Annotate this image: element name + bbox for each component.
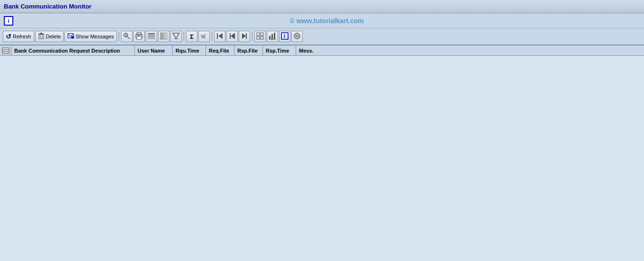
svg-rect-36 xyxy=(271,34,273,39)
svg-rect-48 xyxy=(2,48,9,54)
table-select-col-header xyxy=(0,45,11,55)
prev-page-icon xyxy=(228,32,236,41)
svg-rect-16 xyxy=(148,33,155,35)
chart-icon xyxy=(269,32,276,41)
svg-rect-17 xyxy=(148,36,155,37)
settings-button[interactable] xyxy=(291,31,303,42)
svg-rect-19 xyxy=(160,33,163,39)
svg-marker-27 xyxy=(231,33,234,39)
svg-rect-32 xyxy=(261,33,263,36)
col-header-rqu-time: Rqu.Time xyxy=(173,45,206,55)
svg-rect-20 xyxy=(164,33,167,39)
column-layout-button[interactable] xyxy=(158,31,169,42)
delete-button[interactable]: Delete xyxy=(35,31,64,42)
table-header: Bank Communication Request Description U… xyxy=(0,45,644,56)
sum-icon: Σ xyxy=(190,33,194,40)
find-button[interactable] xyxy=(121,31,132,42)
delete-label: Delete xyxy=(46,34,61,39)
sum-button[interactable]: Σ xyxy=(186,31,197,42)
show-messages-icon: + xyxy=(67,33,74,41)
svg-rect-2 xyxy=(40,33,42,34)
separator-1 xyxy=(119,32,119,41)
percent-button[interactable]: % xyxy=(198,31,210,42)
page-title: Bank Communication Monitor xyxy=(4,3,92,10)
refresh-button[interactable]: ↺ Refresh xyxy=(3,31,34,42)
svg-text:i: i xyxy=(284,34,285,39)
svg-rect-37 xyxy=(274,33,275,39)
first-page-icon xyxy=(216,32,224,41)
layout-button[interactable] xyxy=(146,31,157,42)
col-header-mess: Mess. xyxy=(296,45,320,55)
info-bar: i © www.tutorialkart.com xyxy=(0,13,644,28)
find-icon xyxy=(123,32,131,41)
col-header-req-file: Req.File xyxy=(206,45,234,55)
layout-icon xyxy=(148,32,155,41)
svg-line-9 xyxy=(127,36,130,39)
table-body xyxy=(0,56,644,261)
toolbar-info-button[interactable]: i xyxy=(279,31,290,42)
svg-rect-34 xyxy=(261,36,263,39)
next-page-icon xyxy=(241,32,248,41)
info-icon-button[interactable]: i xyxy=(4,16,13,26)
svg-marker-29 xyxy=(242,33,246,39)
svg-rect-28 xyxy=(234,33,235,39)
grid-view-icon xyxy=(256,32,264,41)
separator-2 xyxy=(184,32,184,41)
refresh-label: Refresh xyxy=(13,34,31,39)
watermark: © www.tutorialkart.com xyxy=(13,17,640,25)
svg-rect-15 xyxy=(138,35,139,36)
svg-rect-35 xyxy=(269,36,271,39)
svg-rect-18 xyxy=(148,38,155,39)
svg-text:%: % xyxy=(201,34,205,39)
first-page-button[interactable] xyxy=(214,31,225,42)
svg-rect-30 xyxy=(246,33,247,39)
toolbar-info-icon: i xyxy=(281,32,289,41)
show-messages-button[interactable]: + Show Messages xyxy=(65,31,117,42)
col-header-rsp-time: Rsp.Time xyxy=(263,45,296,55)
show-messages-label: Show Messages xyxy=(75,34,114,39)
svg-rect-26 xyxy=(230,33,231,39)
prev-page-button[interactable] xyxy=(226,31,238,42)
col-header-user-name: User Name xyxy=(135,45,173,55)
svg-rect-1 xyxy=(38,34,44,35)
svg-rect-33 xyxy=(257,36,260,39)
separator-3 xyxy=(212,32,212,41)
col-header-description: Bank Communication Request Description xyxy=(11,45,135,55)
toolbar: ↺ Refresh Delete + Show Messages xyxy=(0,28,644,45)
print-button[interactable] xyxy=(133,31,145,42)
svg-marker-25 xyxy=(218,33,223,39)
col-header-rsp-file: Rsp.File xyxy=(234,45,263,55)
column-layout-icon xyxy=(160,32,168,41)
svg-rect-24 xyxy=(217,33,218,39)
delete-icon xyxy=(38,33,45,41)
refresh-icon: ↺ xyxy=(6,33,11,40)
title-bar: Bank Communication Monitor xyxy=(0,0,644,13)
svg-marker-21 xyxy=(173,33,179,39)
percent-icon: % xyxy=(200,32,208,41)
print-icon xyxy=(135,32,143,41)
separator-4 xyxy=(252,32,252,41)
filter-icon xyxy=(172,32,180,41)
grid-view-button[interactable] xyxy=(254,31,266,42)
filter-button[interactable] xyxy=(170,31,182,42)
next-page-button[interactable] xyxy=(239,31,250,42)
globe-icon xyxy=(293,32,301,41)
svg-rect-0 xyxy=(39,35,44,39)
svg-rect-31 xyxy=(257,33,260,36)
svg-rect-14 xyxy=(137,36,141,39)
chart-button[interactable] xyxy=(267,31,278,42)
